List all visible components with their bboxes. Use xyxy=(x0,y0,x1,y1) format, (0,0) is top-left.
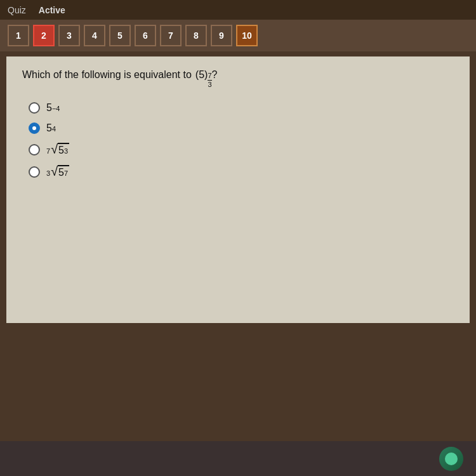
radical-c: 7√53 xyxy=(46,143,69,156)
quiz-navigation: 1 2 3 4 5 6 7 8 9 10 xyxy=(0,20,476,51)
nav-btn-8[interactable]: 8 xyxy=(185,25,207,46)
nav-btn-2[interactable]: 2 xyxy=(33,25,55,46)
nav-btn-9[interactable]: 9 xyxy=(211,25,232,46)
question-prefix: Which of the following is equivalent to xyxy=(22,69,192,81)
option-b-math: 54 xyxy=(46,122,56,134)
radio-a[interactable] xyxy=(29,102,40,114)
nav-btn-1[interactable]: 1 xyxy=(8,25,29,46)
radical-d: 3√57 xyxy=(46,165,69,178)
option-c-math: 7√53 xyxy=(46,143,69,156)
nav-btn-7[interactable]: 7 xyxy=(160,25,182,46)
top-bar: Quiz Active xyxy=(0,0,476,20)
radio-d[interactable] xyxy=(29,166,40,178)
question-math: (5)73? xyxy=(195,69,218,88)
radio-b[interactable] xyxy=(29,122,40,134)
options-list: 5−4 54 7√53 3√57 xyxy=(29,102,454,178)
question-mark: ? xyxy=(212,69,218,81)
circle-button[interactable] xyxy=(439,447,463,471)
active-label: Active xyxy=(39,5,65,15)
exp-denominator: 3 xyxy=(208,81,211,88)
nav-btn-4[interactable]: 4 xyxy=(84,25,105,46)
quiz-label: Quiz xyxy=(8,5,26,15)
option-c[interactable]: 7√53 xyxy=(29,143,454,156)
nav-btn-10[interactable]: 10 xyxy=(236,25,258,46)
question-text: Which of the following is equivalent to … xyxy=(22,69,454,88)
option-a-math: 5−4 xyxy=(46,102,60,114)
nav-btn-6[interactable]: 6 xyxy=(135,25,156,46)
option-d[interactable]: 3√57 xyxy=(29,165,454,178)
nav-btn-3[interactable]: 3 xyxy=(58,25,80,46)
circle-inner xyxy=(445,453,458,465)
option-a[interactable]: 5−4 xyxy=(29,102,454,114)
option-d-math: 3√57 xyxy=(46,165,69,178)
content-area: Which of the following is equivalent to … xyxy=(6,56,470,323)
question-base: (5) xyxy=(195,69,208,81)
nav-btn-5[interactable]: 5 xyxy=(109,25,131,46)
option-b[interactable]: 54 xyxy=(29,122,454,134)
radio-c[interactable] xyxy=(29,144,40,155)
bottom-bar xyxy=(0,441,476,476)
